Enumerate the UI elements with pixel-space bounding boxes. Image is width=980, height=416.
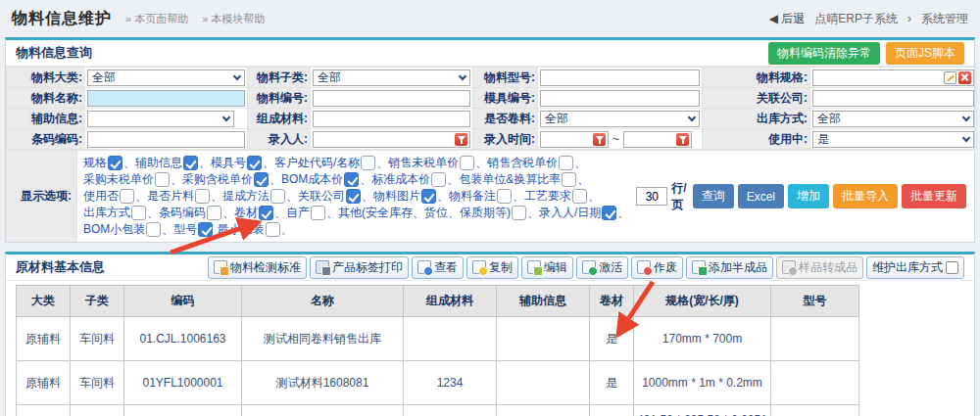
display-option: BOM小包装 — [83, 222, 162, 236]
table-cell — [497, 405, 590, 416]
entry-person-input[interactable] — [316, 133, 453, 146]
table-cell: 是 — [590, 361, 634, 405]
sample-to-product-icon — [782, 260, 796, 274]
view-icon — [417, 260, 431, 274]
display-option: 条码编码 — [159, 206, 222, 219]
material-name-input[interactable] — [90, 92, 242, 105]
in-use-select-value: 是 — [817, 131, 829, 148]
display-option-checkbox[interactable] — [361, 156, 375, 170]
display-option-checkbox[interactable] — [146, 222, 161, 237]
page-js-button[interactable]: 页面JS脚本 — [886, 42, 964, 65]
page-help-link[interactable]: » 本页面帮助 — [125, 12, 188, 26]
display-option-checkbox[interactable] — [512, 206, 526, 220]
display-option-checkbox[interactable] — [346, 189, 361, 204]
inspect-standard-button[interactable]: 物料检测标准 — [208, 256, 307, 279]
entry-time-range-from[interactable] — [543, 133, 591, 146]
table-row[interactable]: 原辅料车间料01YFL1000001测试材料16080811234是1000mm… — [17, 361, 859, 405]
display-option-checkbox[interactable] — [572, 189, 587, 204]
barcode-input[interactable] — [90, 133, 242, 146]
void-button[interactable]: 作废 — [631, 256, 683, 279]
edit-button[interactable]: 编辑 — [521, 256, 573, 279]
material-category-select[interactable]: 全部 — [87, 69, 245, 86]
clear-code-abnormal-button[interactable]: 物料编码清除异常 — [768, 42, 880, 65]
display-option-checkbox[interactable] — [120, 189, 134, 204]
mold-code-input[interactable] — [543, 92, 697, 105]
display-option-checkbox[interactable] — [602, 206, 616, 220]
label-print-button[interactable]: 产品标签打印 — [310, 256, 409, 279]
materials-table-wrap: 大类子类编码名称组成材料辅助信息卷材规格(宽/长/厚)型号 原辅料车间料01.C… — [16, 285, 964, 416]
display-option-checkbox[interactable] — [266, 222, 280, 237]
delete-icon[interactable] — [958, 71, 971, 84]
add-semi-product-button[interactable]: 添加半成品 — [686, 256, 773, 279]
batch-import-button[interactable]: 批量导入 — [833, 184, 898, 208]
related-company-input[interactable] — [815, 92, 971, 105]
table-cell: 成品 — [17, 405, 71, 416]
display-option: 型号 — [173, 222, 214, 236]
breadcrumb-module[interactable]: 系统管理 — [921, 11, 968, 27]
material-code-input[interactable] — [316, 92, 467, 105]
is-roll-select[interactable]: 全部 — [540, 111, 700, 127]
display-option-checkbox[interactable] — [108, 156, 122, 170]
maintain-outbound-button[interactable]: 维护出库方式 — [866, 256, 964, 279]
display-option-checkbox[interactable] — [198, 222, 213, 237]
display-option-checkbox[interactable] — [254, 172, 269, 187]
display-option-checkbox[interactable] — [207, 206, 221, 220]
edit-icon[interactable] — [944, 71, 956, 84]
display-option-checkbox[interactable] — [247, 156, 262, 170]
display-option-checkbox[interactable] — [344, 172, 359, 187]
maintain-outbound-button-checkbox[interactable] — [946, 261, 958, 274]
display-option-checkbox[interactable] — [460, 156, 474, 170]
inspect-standard-icon — [214, 260, 227, 274]
breadcrumb-system[interactable]: 点晴ERP子系统 — [814, 11, 898, 27]
display-option-checkbox[interactable] — [131, 206, 146, 220]
display-option-checkbox[interactable] — [259, 206, 273, 220]
copy-button[interactable]: 复制 — [466, 256, 518, 279]
material-spec-input[interactable] — [815, 71, 942, 84]
date-picker-icon[interactable] — [676, 133, 689, 146]
table-cell: 车间料 — [71, 317, 124, 361]
add-button[interactable]: 增加 — [788, 184, 829, 208]
table-row[interactable]: 成品金龙02.1002396123否491.56 * 295.58 * 0.02… — [17, 405, 859, 416]
display-option: 是否片料 — [147, 189, 211, 203]
display-option-checkbox[interactable] — [270, 189, 285, 204]
component-material-input-label: 组成材料: — [248, 109, 311, 129]
clear-icon[interactable] — [455, 133, 467, 146]
display-option-checkbox[interactable] — [497, 189, 512, 204]
outbound-method-select-cell: 全部 — [810, 109, 977, 129]
excel-button[interactable]: Excel — [738, 184, 784, 208]
related-company-input-label: 关联公司: — [703, 88, 810, 109]
outbound-method-select[interactable]: 全部 — [812, 111, 974, 127]
in-use-select[interactable]: 是 — [812, 131, 974, 148]
display-option: 采购含税单价 — [182, 172, 270, 186]
material-model-input[interactable] — [543, 71, 697, 84]
display-option-checkbox[interactable] — [559, 156, 573, 170]
search-button[interactable]: 查询 — [693, 184, 734, 208]
batch-update-button[interactable]: 批量更新 — [902, 184, 966, 208]
edit-icon — [527, 260, 541, 274]
material-category-select-value: 全部 — [92, 69, 116, 86]
material-category-select-label: 物料大类: — [7, 68, 85, 88]
activate-button[interactable]: 激活 — [576, 256, 628, 279]
module-help-link[interactable]: » 本模块帮助 — [202, 12, 265, 26]
display-option-checkbox[interactable] — [311, 206, 325, 220]
display-option-checkbox[interactable] — [183, 156, 198, 170]
display-option-checkbox[interactable] — [431, 172, 446, 187]
column-header: 组成材料 — [404, 286, 497, 317]
is-roll-select-cell: 全部 — [538, 109, 703, 129]
column-header: 型号 — [771, 286, 859, 317]
entry-time-range-to[interactable] — [626, 133, 674, 146]
view-button[interactable]: 查看 — [412, 256, 464, 279]
component-material-input[interactable] — [316, 113, 467, 125]
in-use-select-cell: 是 — [810, 129, 977, 150]
table-row[interactable]: 原辅料车间料01.CJL.1006163测试相同卷料销售出库是170mm * 7… — [17, 317, 859, 361]
material-subcategory-select[interactable]: 全部 — [313, 69, 470, 86]
display-option-checkbox[interactable] — [195, 189, 210, 204]
display-option-checkbox[interactable] — [421, 189, 436, 204]
outbound-method-select-value: 全部 — [817, 111, 841, 127]
date-picker-icon[interactable] — [593, 133, 606, 146]
aux-info-select[interactable] — [87, 111, 234, 127]
back-button[interactable]: ◀ 后退 — [769, 11, 806, 27]
display-option-checkbox[interactable] — [562, 172, 576, 187]
display-option-checkbox[interactable] — [155, 172, 170, 187]
page-size-input[interactable] — [636, 187, 667, 206]
